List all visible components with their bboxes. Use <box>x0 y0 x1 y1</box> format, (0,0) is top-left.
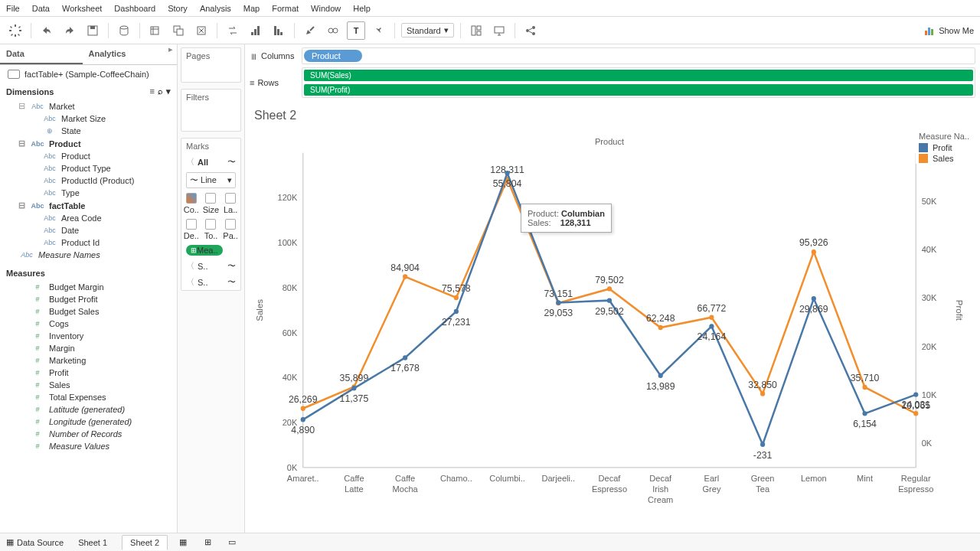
save-button[interactable] <box>83 21 102 40</box>
dimension-item[interactable]: AbcProductId (Product) <box>3 174 174 187</box>
dimension-item[interactable]: ⊟AbcMarket <box>3 99 174 112</box>
menu-map[interactable]: Map <box>243 4 260 13</box>
svg-point-108 <box>812 296 816 301</box>
menu-file[interactable]: File <box>6 4 20 13</box>
analytics-tab[interactable]: Analytics <box>83 44 165 64</box>
swap-button[interactable] <box>224 21 242 40</box>
presentation-button[interactable] <box>490 21 508 40</box>
marks-sum2-row[interactable]: 〈 S..〜 <box>181 274 240 290</box>
columns-shelf[interactable]: Product <box>302 47 975 64</box>
pin-button[interactable] <box>370 21 388 40</box>
sheet2-tab[interactable]: Sheet 2 <box>122 535 168 550</box>
dimension-item[interactable]: AbcType <box>3 187 174 199</box>
svg-rect-8 <box>254 29 256 35</box>
size-button[interactable]: Size <box>201 191 221 217</box>
pages-card[interactable]: Pages <box>181 47 241 83</box>
new-sheet-button[interactable]: ▦ <box>174 533 192 552</box>
menu-chevron-icon[interactable]: ▾ <box>166 86 171 96</box>
measure-item[interactable]: #Profit <box>3 367 174 379</box>
dimension-item[interactable]: AbcProduct Type <box>3 162 174 174</box>
undo-button[interactable] <box>38 21 56 40</box>
fit-dropdown[interactable]: Standard ▾ <box>401 23 454 37</box>
measure-item[interactable]: #Longitude (generated) <box>3 416 174 428</box>
svg-text:Espresso: Espresso <box>898 484 933 494</box>
dimension-item[interactable]: ⊕State <box>3 125 174 137</box>
menu-help[interactable]: Help <box>353 4 371 13</box>
new-story-button[interactable]: ▭ <box>223 533 241 552</box>
new-datasource-button[interactable] <box>115 21 133 40</box>
measure-item[interactable]: #Total Expenses <box>3 391 174 403</box>
dimension-item[interactable]: AbcProduct Id <box>3 236 174 249</box>
dimension-item[interactable]: ⊟AbcfactTable <box>3 199 174 212</box>
menu-dashboard[interactable]: Dashboard <box>114 4 155 13</box>
measure-item[interactable]: #Number of Records <box>3 428 174 440</box>
dimension-item[interactable]: AbcDate <box>3 224 174 236</box>
search-icon[interactable]: ⌕ <box>158 86 163 96</box>
menu-worksheet[interactable]: Worksheet <box>62 4 102 13</box>
menu-data[interactable]: Data <box>32 4 50 13</box>
measure-item[interactable]: #Marketing <box>3 354 174 367</box>
measure-item[interactable]: #Budget Profit <box>3 293 174 305</box>
measure-item[interactable]: #Measure Values <box>3 440 174 452</box>
menu-format[interactable]: Format <box>272 4 299 13</box>
clear-button[interactable] <box>192 21 211 40</box>
sort-asc-button[interactable] <box>247 21 265 40</box>
rows-shelf[interactable]: SUM(Sales) SUM(Profit) <box>302 67 975 98</box>
measures-header: Measures <box>6 269 45 278</box>
share-button[interactable] <box>521 21 540 40</box>
highlight-button[interactable] <box>301 21 319 40</box>
sort-desc-button[interactable] <box>270 21 288 40</box>
menu-window[interactable]: Window <box>311 4 341 13</box>
svg-text:Product: Product <box>595 137 625 146</box>
datasource-tab[interactable]: ▦Data Source <box>6 537 64 547</box>
filters-card[interactable]: Filters <box>181 89 241 132</box>
color-legend[interactable]: Measure Na.. Profit Sales <box>916 130 977 164</box>
data-tab[interactable]: Data <box>0 44 83 64</box>
color-button[interactable]: Co.. <box>181 191 201 217</box>
measure-item[interactable]: #Sales <box>3 379 174 391</box>
dimension-item[interactable]: ⊟AbcProduct <box>3 137 174 150</box>
marks-sum1-row[interactable]: 〈 S..〜 <box>181 258 240 274</box>
pane-menu-icon[interactable]: ▸ <box>165 44 177 64</box>
measure-item[interactable]: #Cogs <box>3 318 174 330</box>
measure-item[interactable]: #Latitude (generated) <box>3 403 174 416</box>
measure-names-pill[interactable]: ⊞ Mea.. <box>186 245 223 256</box>
svg-text:4,890: 4,890 <box>291 425 315 435</box>
show-cards-button[interactable] <box>467 21 485 40</box>
menu-story[interactable]: Story <box>168 4 188 13</box>
legend-item-profit[interactable]: Profit <box>916 142 977 153</box>
sheet-title[interactable]: Sheet 2 <box>245 104 980 127</box>
marks-all-row[interactable]: 〈 All 〜 <box>181 154 240 170</box>
sheet1-tab[interactable]: Sheet 1 <box>70 535 116 550</box>
measure-item[interactable]: #Budget Margin <box>3 281 174 293</box>
mark-type-dropdown[interactable]: 〜 Line▾ <box>186 172 236 188</box>
measure-item[interactable]: #Margin <box>3 342 174 354</box>
dimension-item[interactable]: AbcMeasure Names <box>3 249 174 261</box>
new-worksheet-button[interactable] <box>146 21 165 40</box>
measure-item[interactable]: #Budget Sales <box>3 305 174 318</box>
path-button[interactable]: Pa.. <box>220 217 240 243</box>
sum-profit-pill[interactable]: SUM(Profit) <box>304 84 973 96</box>
measure-item[interactable]: #Inventory <box>3 330 174 342</box>
duplicate-button[interactable] <box>169 21 188 40</box>
text-button[interactable]: T <box>347 21 365 40</box>
label-button[interactable]: La.. <box>220 191 240 217</box>
legend-item-sales[interactable]: Sales <box>916 153 977 164</box>
dimension-item[interactable]: AbcMarket Size <box>3 112 174 125</box>
menu-analysis[interactable]: Analysis <box>200 4 231 13</box>
line-chart[interactable]: 0K20K40K60K80K100K120K0K10K20K30K40K50KA… <box>251 133 968 527</box>
view-toggle-icon[interactable]: ≡ <box>150 86 155 96</box>
tableau-logo-icon[interactable] <box>6 21 24 40</box>
sum-sales-pill[interactable]: SUM(Sales) <box>304 70 973 81</box>
product-pill[interactable]: Product <box>304 50 362 62</box>
detail-button[interactable]: De.. <box>181 217 201 243</box>
dimension-item[interactable]: AbcProduct <box>3 150 174 162</box>
datasource-item[interactable]: factTable+ (Sample-CoffeeChain) <box>0 65 177 83</box>
tooltip-button[interactable]: To.. <box>201 217 221 243</box>
show-me-button[interactable]: Show Me <box>923 24 974 37</box>
line-icon: 〜 <box>227 156 236 168</box>
redo-button[interactable] <box>60 21 79 40</box>
dimension-item[interactable]: AbcArea Code <box>3 212 174 224</box>
new-dashboard-button[interactable]: ⊞ <box>198 533 217 552</box>
group-button[interactable] <box>324 21 342 40</box>
